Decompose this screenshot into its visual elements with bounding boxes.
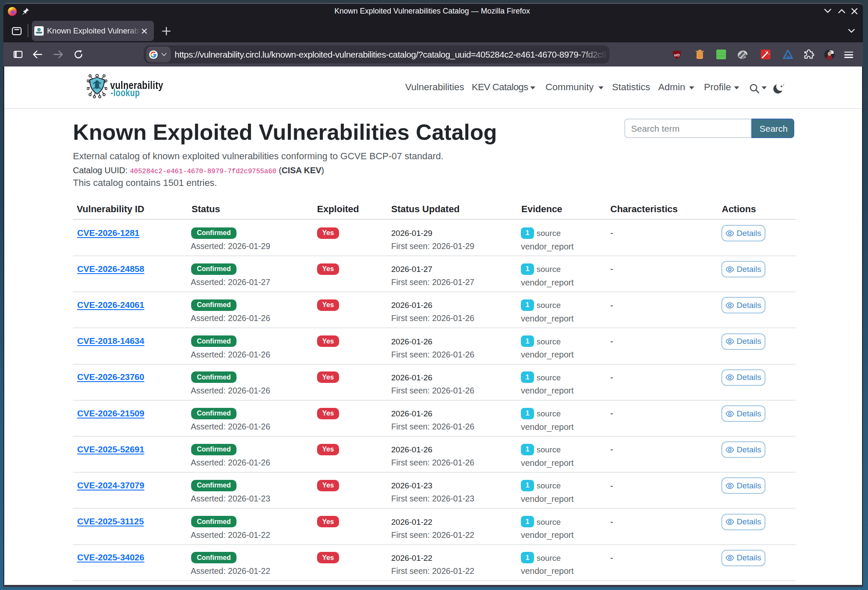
svg-text:uO: uO [674, 53, 679, 57]
